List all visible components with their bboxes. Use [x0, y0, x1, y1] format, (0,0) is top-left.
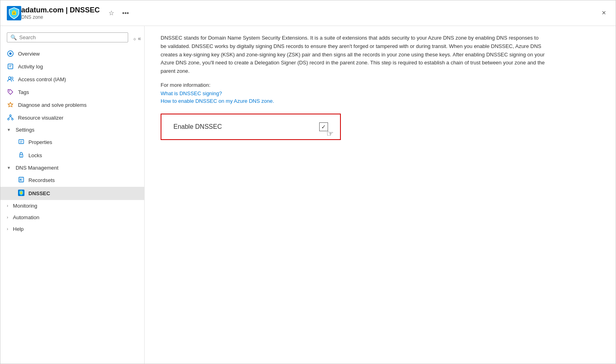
more-info-label: For more information:: [161, 82, 600, 88]
content-area: DNSSEC stands for Domain Name System Sec…: [145, 26, 616, 364]
locks-icon: [18, 152, 24, 159]
svg-point-11: [9, 90, 10, 91]
svg-line-15: [8, 116, 10, 118]
sidebar-item-overview[interactable]: Overview: [0, 47, 144, 60]
sidebar-item-resource-visualizer[interactable]: Resource visualizer: [0, 111, 144, 124]
sidebar-item-diagnose-label: Diagnose and solve problems: [18, 102, 87, 108]
svg-point-5: [9, 52, 12, 55]
page-subtitle: DNS zone: [21, 14, 100, 20]
search-bar[interactable]: 🔍: [7, 32, 128, 42]
enable-dnssec-label: Enable DNSSEC: [173, 123, 222, 130]
collapse-sidebar-button[interactable]: «: [138, 35, 141, 42]
sidebar-item-locks[interactable]: Locks: [0, 149, 144, 162]
sidebar-item-recordsets[interactable]: R Recordsets: [0, 174, 144, 187]
sidebar-item-overview-label: Overview: [18, 51, 40, 57]
sidebar-item-diagnose[interactable]: Diagnose and solve problems: [0, 98, 144, 111]
more-options-button[interactable]: •••: [120, 8, 131, 18]
dnssec-description: DNSSEC stands for Domain Name System Sec…: [161, 34, 545, 76]
sidebar-item-activity-log-label: Activity log: [18, 64, 43, 70]
page-header: adatum.com | DNSSEC DNS zone ☆ ••• ×: [0, 0, 616, 26]
iam-icon: [7, 76, 14, 83]
more-info-section: For more information: What is DNSSEC sig…: [161, 82, 600, 104]
favorite-button[interactable]: ☆: [106, 8, 117, 18]
sidebar-section-help-label: Help: [13, 226, 24, 232]
close-button[interactable]: ×: [598, 7, 609, 19]
sidebar-item-iam-label: Access control (IAM): [18, 76, 66, 82]
dns-management-chevron-icon: ▼: [7, 166, 11, 170]
header-actions: ☆ •••: [106, 8, 131, 18]
svg-point-21: [21, 156, 22, 156]
sidebar-section-settings[interactable]: ▼ Settings: [0, 124, 144, 136]
cursor-pointer-icon: ☞: [326, 129, 334, 138]
enable-dnssec-checkbox[interactable]: ✓ ☞: [319, 122, 328, 131]
automation-chevron-icon: ›: [7, 215, 8, 220]
enable-dnssec-card[interactable]: Enable DNSSEC ✓ ☞: [161, 114, 341, 140]
sidebar-section-monitoring-label: Monitoring: [13, 203, 37, 209]
svg-point-13: [8, 118, 9, 120]
sidebar-section-monitoring[interactable]: › Monitoring: [0, 200, 144, 212]
sidebar-section-dns-management-label: DNS Management: [16, 165, 58, 171]
sidebar-item-resource-visualizer-label: Resource visualizer: [18, 115, 63, 121]
sidebar-section-settings-label: Settings: [16, 127, 34, 133]
svg-rect-17: [19, 140, 24, 144]
sidebar-section-dns-management[interactable]: ▼ DNS Management: [0, 162, 144, 174]
sidebar-section-help[interactable]: › Help: [0, 223, 144, 235]
main-layout: 🔍 ⬦ « Overview Activity log Access c: [0, 26, 616, 364]
sidebar-item-iam[interactable]: Access control (IAM): [0, 73, 144, 86]
svg-point-10: [11, 77, 13, 79]
overview-icon: [7, 50, 14, 57]
sidebar: 🔍 ⬦ « Overview Activity log Access c: [0, 26, 145, 364]
diagnose-icon: [7, 101, 14, 108]
recordsets-icon: R: [18, 176, 24, 184]
properties-icon: [18, 138, 24, 146]
checkmark-icon: ✓: [321, 124, 326, 130]
search-icon: 🔍: [10, 34, 17, 40]
dns-zone-icon: [7, 6, 21, 20]
sidebar-item-properties-label: Properties: [28, 139, 52, 145]
svg-point-9: [8, 77, 11, 79]
svg-text:R: R: [20, 178, 22, 181]
sidebar-item-tags[interactable]: Tags: [0, 86, 144, 98]
monitoring-chevron-icon: ›: [7, 204, 8, 208]
svg-line-16: [10, 116, 12, 118]
sidebar-item-dnssec[interactable]: DNSSEC: [0, 187, 144, 200]
settings-icon-button[interactable]: ⬦: [133, 35, 136, 42]
dnssec-icon: [18, 190, 24, 197]
svg-point-12: [10, 115, 11, 116]
how-to-enable-link[interactable]: How to enable DNSSEC on my Azure DNS zon…: [161, 98, 600, 104]
help-chevron-icon: ›: [7, 227, 8, 231]
activity-log-icon: [7, 63, 14, 70]
sidebar-item-dnssec-label: DNSSEC: [28, 190, 50, 196]
svg-point-14: [12, 118, 13, 120]
what-is-dnssec-link[interactable]: What is DNSSEC signing?: [161, 90, 600, 96]
sidebar-section-automation-label: Automation: [13, 214, 39, 220]
tags-icon: [7, 88, 14, 96]
svg-rect-6: [8, 64, 13, 69]
svg-rect-26: [20, 192, 22, 194]
sidebar-item-tags-label: Tags: [18, 89, 29, 95]
sidebar-section-automation[interactable]: › Automation: [0, 212, 144, 223]
visualizer-icon: [7, 114, 14, 121]
settings-chevron-icon: ▼: [7, 128, 11, 132]
sidebar-item-recordsets-label: Recordsets: [28, 177, 55, 183]
sidebar-item-activity-log[interactable]: Activity log: [0, 60, 144, 73]
sidebar-item-locks-label: Locks: [28, 152, 42, 158]
svg-point-3: [14, 12, 15, 14]
header-titles: adatum.com | DNSSEC DNS zone: [21, 6, 100, 20]
search-input[interactable]: [19, 34, 125, 40]
page-title: adatum.com | DNSSEC: [21, 6, 100, 14]
sidebar-item-properties[interactable]: Properties: [0, 136, 144, 149]
